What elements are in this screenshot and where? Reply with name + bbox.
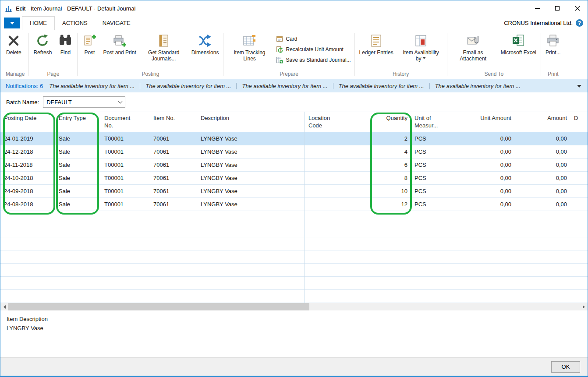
tab-actions[interactable]: ACTIONS — [55, 17, 95, 30]
combobox-dropdown-button[interactable] — [115, 97, 125, 107]
cell-unit-amount[interactable]: 0,00 — [459, 188, 515, 194]
cell-description[interactable]: LYNGBY Vase — [197, 135, 305, 142]
cell-document-no[interactable]: T00001 — [101, 201, 150, 208]
cell-description[interactable]: LYNGBY Vase — [197, 148, 305, 155]
cell-document-no[interactable]: T00001 — [101, 175, 150, 181]
empty-row[interactable] — [0, 237, 588, 250]
cell-quantity[interactable]: 6 — [371, 162, 411, 168]
journal-row[interactable]: 24-10-2018 Sale T00001 70061 LYNGBY Vase… — [0, 172, 588, 185]
cell-description[interactable]: LYNGBY Vase — [197, 162, 305, 168]
notifications-link[interactable]: Notifications: 6 — [6, 83, 43, 89]
column-header-posting-date[interactable]: Posting Date — [0, 112, 55, 132]
cell-posting-date[interactable]: 24-12-2018 — [0, 148, 55, 155]
card-button[interactable]: Card — [276, 35, 351, 42]
cell-quantity[interactable]: 8 — [371, 175, 411, 181]
cell-unit-amount[interactable]: 0,00 — [459, 148, 515, 155]
empty-row[interactable] — [0, 211, 588, 224]
tab-home[interactable]: HOME — [22, 16, 55, 30]
minimize-button[interactable] — [527, 0, 547, 16]
refresh-button[interactable]: Refresh — [30, 32, 55, 56]
cell-document-no[interactable]: T00001 — [101, 135, 150, 142]
close-button[interactable] — [567, 0, 588, 16]
cell-document-no[interactable]: T00001 — [101, 148, 150, 155]
cell-item-no[interactable]: 70061 — [150, 175, 197, 181]
empty-row[interactable] — [0, 224, 588, 237]
batch-name-value[interactable]: DEFAULT — [43, 99, 115, 106]
cell-document-no[interactable]: T00001 — [101, 188, 150, 194]
notifications-expand-icon[interactable] — [577, 85, 581, 90]
cell-entry-type[interactable]: Sale — [55, 135, 101, 142]
cell-quantity[interactable]: 12 — [371, 201, 411, 208]
item-availability-by-button[interactable]: Item Availability by — [397, 32, 446, 62]
column-header-document-no[interactable]: DocumentNo. — [101, 112, 150, 132]
cell-unit-amount[interactable]: 0,00 — [459, 162, 515, 168]
cell-item-no[interactable]: 70061 — [150, 188, 197, 194]
batch-name-combobox[interactable]: DEFAULT — [43, 96, 125, 108]
scrollbar-thumb[interactable] — [8, 303, 309, 310]
find-button[interactable]: Find — [55, 32, 76, 56]
cell-posting-date[interactable]: 24-09-2018 — [0, 188, 55, 194]
horizontal-scrollbar[interactable] — [0, 303, 588, 310]
cell-posting-date[interactable]: 24-10-2018 — [0, 175, 55, 181]
get-standard-journals-button[interactable]: Get Standard Journals... — [139, 32, 188, 62]
cell-quantity[interactable]: 4 — [371, 148, 411, 155]
cell-posting-date[interactable]: 24-11-2018 — [0, 162, 55, 168]
cell-amount[interactable]: 0,00 — [515, 201, 570, 208]
cell-unit-amount[interactable]: 0,00 — [459, 201, 515, 208]
cell-description[interactable]: LYNGBY Vase — [197, 188, 305, 194]
item-tracking-lines-button[interactable]: Item Tracking Lines — [225, 32, 274, 62]
cell-quantity[interactable]: 2 — [371, 135, 411, 142]
empty-row[interactable] — [0, 264, 588, 277]
cell-unit-amount[interactable]: 0,00 — [459, 175, 515, 181]
cell-unit-of-measure[interactable]: PCS — [411, 201, 459, 208]
cell-entry-type[interactable]: Sale — [55, 188, 101, 194]
empty-row[interactable] — [0, 250, 588, 264]
cell-description[interactable]: LYNGBY Vase — [197, 175, 305, 181]
journal-row[interactable]: 24-11-2018 Sale T00001 70061 LYNGBY Vase… — [0, 159, 588, 172]
column-header-item-no[interactable]: Item No. — [150, 112, 197, 132]
cell-entry-type[interactable]: Sale — [55, 175, 101, 181]
cell-unit-of-measure[interactable]: PCS — [411, 135, 459, 142]
cell-document-no[interactable]: T00001 — [101, 162, 150, 168]
ledger-entries-button[interactable]: Ledger Entries — [356, 32, 397, 56]
cell-amount[interactable]: 0,00 — [515, 162, 570, 168]
cell-unit-of-measure[interactable]: PCS — [411, 175, 459, 181]
cell-posting-date[interactable]: 24-01-2019 — [0, 135, 55, 142]
cell-posting-date[interactable]: 24-08-2018 — [0, 201, 55, 208]
cell-entry-type[interactable]: Sale — [55, 162, 101, 168]
cell-amount[interactable]: 0,00 — [515, 175, 570, 181]
column-header-truncated[interactable]: D — [570, 112, 588, 132]
empty-row[interactable] — [0, 277, 588, 290]
dimensions-button[interactable]: Dimensions — [188, 32, 222, 56]
column-header-quantity[interactable]: Quantity — [371, 112, 411, 132]
ok-button[interactable]: OK — [551, 361, 580, 373]
cell-unit-of-measure[interactable]: PCS — [411, 148, 459, 155]
column-header-description[interactable]: Description — [197, 112, 305, 132]
recalculate-unit-amount-button[interactable]: Recalculate Unit Amount — [276, 46, 351, 53]
journal-row-selected[interactable]: 24-01-2019 Sale T00001 70061 LYNGBY Vase… — [0, 132, 588, 145]
tab-navigate[interactable]: NAVIGATE — [95, 17, 138, 30]
save-as-standard-journal-button[interactable]: Save as Standard Journal... — [276, 56, 351, 63]
cell-amount[interactable]: 0,00 — [515, 135, 570, 142]
scroll-right-button[interactable] — [580, 303, 588, 310]
column-header-amount[interactable]: Amount — [515, 112, 570, 132]
column-header-unit-amount[interactable]: Unit Amount — [459, 112, 515, 132]
cell-entry-type[interactable]: Sale — [55, 201, 101, 208]
email-as-attachment-button[interactable]: Email as Attachment — [449, 32, 498, 62]
cell-unit-of-measure[interactable]: PCS — [411, 188, 459, 194]
journal-row[interactable]: 24-12-2018 Sale T00001 70061 LYNGBY Vase… — [0, 145, 588, 159]
cell-description[interactable]: LYNGBY Vase — [197, 201, 305, 208]
cell-item-no[interactable]: 70061 — [150, 135, 197, 142]
column-header-location-code[interactable]: LocationCode — [305, 112, 371, 132]
help-icon[interactable]: ? — [576, 19, 583, 27]
cell-quantity[interactable]: 10 — [371, 188, 411, 194]
microsoft-excel-button[interactable]: Microsoft Excel — [498, 32, 539, 56]
post-button[interactable]: Post — [79, 32, 100, 56]
journal-row[interactable]: 24-09-2018 Sale T00001 70061 LYNGBY Vase… — [0, 185, 588, 198]
cell-amount[interactable]: 0,00 — [515, 148, 570, 155]
column-header-unit-of-measure[interactable]: Unit ofMeasur... — [411, 112, 459, 132]
journal-row[interactable]: 24-08-2018 Sale T00001 70061 LYNGBY Vase… — [0, 198, 588, 211]
column-header-entry-type[interactable]: Entry Type — [55, 112, 101, 132]
cell-item-no[interactable]: 70061 — [150, 201, 197, 208]
scroll-left-button[interactable] — [0, 303, 8, 310]
